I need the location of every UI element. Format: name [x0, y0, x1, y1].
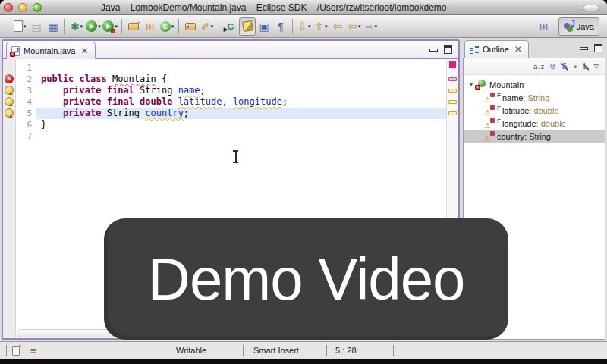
toolbar-toggle-capsule[interactable]	[583, 5, 599, 11]
minimize-window-button[interactable]	[18, 3, 27, 12]
tree-item-field[interactable]: ⚠ F longitude : double	[464, 117, 605, 130]
new-java-project-button[interactable]: ✦	[125, 17, 142, 36]
last-edit-location-button[interactable]: ⇦	[329, 17, 346, 36]
new-package-button[interactable]: ⊞	[142, 17, 159, 36]
next-annotation-button[interactable]: ⇩ ▾	[296, 17, 313, 36]
warning-mark[interactable]	[448, 89, 457, 93]
chevron-down-icon[interactable]: ▾	[308, 24, 311, 30]
tree-item-type: : String	[524, 132, 551, 141]
minimize-part-button[interactable]	[429, 49, 438, 52]
debug-button[interactable]: ✱ ▾	[68, 17, 85, 36]
hide-local-types-icon[interactable]: L	[583, 62, 589, 71]
chevron-down-icon[interactable]: ▾	[375, 24, 378, 30]
class-icon: ×	[476, 80, 486, 89]
run-external-tools-button[interactable]: ▶ ▾	[102, 17, 118, 36]
show-source-button[interactable]: ▣	[256, 17, 272, 36]
toolbar-separator	[292, 19, 293, 34]
chevron-down-icon[interactable]: ▾	[115, 24, 118, 30]
minimize-part-button[interactable]	[580, 47, 588, 50]
error-mark[interactable]	[448, 77, 457, 81]
line-number: 4	[16, 96, 32, 108]
final-marker: F	[497, 105, 501, 111]
outline-header: Outline ✕	[463, 39, 605, 58]
code-text: ,	[222, 96, 232, 107]
back-history-button[interactable]: ⇦ ▾	[346, 17, 363, 36]
tree-item-label: latitude	[502, 106, 529, 115]
zoom-window-button[interactable]	[33, 3, 42, 12]
overview-error-indicator[interactable]	[449, 61, 456, 68]
tree-item-type: : String	[523, 93, 549, 102]
caret-position-status: 5 : 28	[335, 346, 357, 355]
hide-fields-icon[interactable]: ⊘	[549, 62, 555, 71]
close-tab-icon[interactable]: ✕	[81, 46, 89, 56]
sort-icon[interactable]: a↓z	[533, 62, 544, 71]
open-type-button[interactable]: ●	[182, 17, 199, 36]
up-arrow-icon: ⇧	[314, 21, 324, 32]
close-window-button[interactable]	[4, 3, 13, 12]
java-perspective-button[interactable]: J Java	[558, 17, 599, 36]
chevron-down-icon[interactable]: ▾	[80, 24, 83, 30]
print-icon: ▦	[48, 21, 58, 32]
tree-item-type: : double	[536, 119, 566, 128]
editor-tab-label: Mountain.java	[24, 46, 76, 55]
keyword: private final double	[63, 96, 178, 107]
chevron-down-icon[interactable]: ▾	[211, 24, 214, 30]
line-number: 3	[16, 85, 32, 96]
maximize-part-button[interactable]	[594, 44, 602, 52]
chevron-down-icon[interactable]: ▾	[358, 24, 361, 30]
chevron-down-icon[interactable]: ▾	[171, 24, 175, 30]
warning-mark[interactable]	[448, 111, 457, 115]
view-menu-icon[interactable]: ▽	[594, 62, 599, 71]
show-whitespace-button[interactable]: ¶	[272, 17, 289, 36]
outline-tab[interactable]: Outline ✕	[464, 40, 529, 58]
save-button[interactable]: ▤	[28, 17, 45, 36]
error-marker-icon[interactable]: ×	[5, 74, 14, 83]
hide-non-public-icon[interactable]: ●	[573, 62, 577, 71]
tree-item-field[interactable]: ⚠ F latitude : double	[464, 104, 605, 117]
chevron-down-icon[interactable]: ▾	[98, 24, 101, 30]
chevron-down-icon[interactable]: ▾	[325, 24, 328, 30]
toolbar-separator	[8, 19, 8, 34]
status-separator	[393, 345, 394, 356]
new-wizard-button[interactable]: ✦ ▾	[11, 17, 28, 36]
search-button[interactable]: ✐ ▾	[199, 17, 215, 36]
code-text: String	[140, 85, 178, 96]
hide-static-members-icon[interactable]: S	[561, 62, 568, 71]
new-class-button[interactable]: C ▾	[159, 17, 175, 36]
open-element-button[interactable]: G▶	[222, 17, 239, 36]
titlebar[interactable]: Java – LombokDemo/Mountain.java – Eclips…	[0, 0, 607, 15]
editor-tab-mountain-java[interactable]: J × Mountain.java ✕	[6, 42, 96, 59]
fast-view-icon[interactable]: ✦	[12, 346, 20, 356]
line-number-ruler: 1 2 3 4 5 6 7	[16, 59, 36, 338]
class-icon: C	[160, 21, 171, 32]
main-toolbar: ✦ ▾ ▤ ▦ ✱ ▾ ▶ ▾ ▶ ▾ ✦ ⊞ C ▾ ● ✐	[0, 15, 607, 38]
quickfix-warning-icon[interactable]: ▲	[5, 86, 14, 95]
keyword: private	[63, 108, 107, 118]
previous-annotation-button[interactable]: ⇧ ▾	[313, 17, 329, 36]
forward-arrow-icon: ⇨	[365, 21, 374, 32]
open-type-icon: ●	[185, 23, 196, 30]
run-button[interactable]: ▶ ▾	[85, 17, 102, 36]
annotation-ruler[interactable]: × ▲ ▲ ▲	[3, 59, 16, 338]
maximize-part-button[interactable]	[444, 46, 452, 54]
star-icon: ✦	[136, 20, 141, 27]
warning-mark[interactable]	[448, 100, 457, 104]
print-button[interactable]: ▦	[45, 17, 61, 36]
tree-item-label: country	[497, 132, 524, 141]
window-bottom-edge	[0, 359, 607, 364]
quickfix-warning-icon[interactable]: ▲	[5, 97, 14, 106]
field-name-warning: latitude	[178, 96, 222, 107]
tree-item-field-selected[interactable]: ⚠ country : String	[464, 130, 605, 143]
tree-item-field[interactable]: ⚠ F name : String	[464, 91, 605, 104]
quickfix-warning-icon[interactable]: ▲	[5, 108, 14, 118]
toolbar-separator	[64, 19, 65, 34]
tree-item-class[interactable]: ▼ × Mountain	[464, 78, 605, 91]
open-perspective-button[interactable]: ⊞	[536, 17, 552, 36]
code-line-5: private String country;	[36, 108, 446, 119]
forward-history-button[interactable]: ⇨ ▾	[363, 17, 379, 36]
field-warning-icon: ⚠	[485, 118, 495, 128]
tree-status-icon[interactable]: ≡	[30, 345, 36, 356]
eclipse-window: Java – LombokDemo/Mountain.java – Eclips…	[0, 0, 607, 364]
close-tab-icon[interactable]: ✕	[514, 44, 522, 55]
mark-occurrences-toggle[interactable]	[239, 17, 256, 36]
